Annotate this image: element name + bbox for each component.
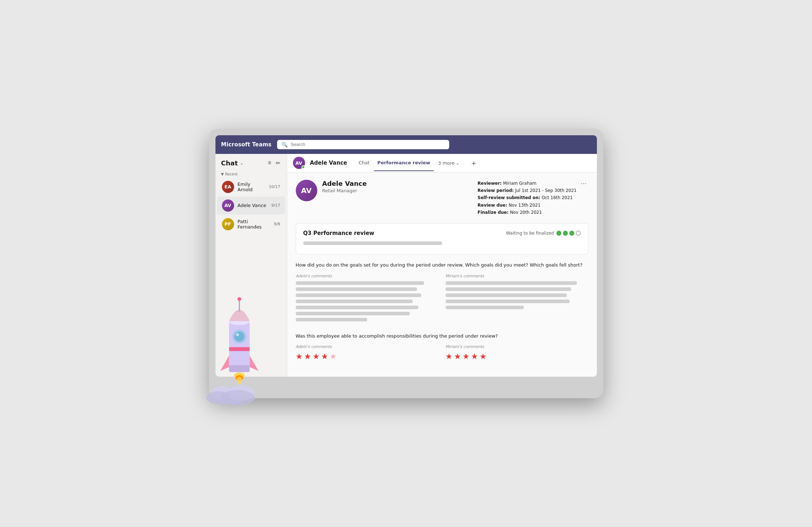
question-text-2: Was this employee able to accomplish res… xyxy=(296,333,588,340)
miriam-comments-label-1: Miriam's comments xyxy=(446,274,588,278)
sidebar: Chat ⌄ ≡ ✏ ▼ Recent EA Emily Arnold 10/ xyxy=(215,154,287,377)
chat-header: AV Adele Vance Chat Performance review 3… xyxy=(287,154,597,173)
chevron-down-icon: ⌄ xyxy=(240,161,243,166)
avatar-emily: EA xyxy=(222,181,234,193)
adele-stars: ★ ★ ★ ★ ★ xyxy=(296,352,438,361)
meta-more-button[interactable]: … xyxy=(579,178,588,186)
miriam-bar-5 xyxy=(446,306,524,309)
status-dot-2 xyxy=(563,231,568,236)
miriam-comments-label-2: Miriam's comments xyxy=(446,344,588,349)
miriam-bar-2 xyxy=(446,287,571,291)
adele-bar-2 xyxy=(296,287,417,291)
m-star-5: ★ xyxy=(479,352,486,361)
svg-point-3 xyxy=(220,390,255,406)
contact-name-emily: Emily Arnold xyxy=(238,182,265,192)
adele-bar-1 xyxy=(296,281,424,285)
adele-bar-7 xyxy=(296,318,367,321)
status-dot-4 xyxy=(576,231,581,236)
adele-bar-3 xyxy=(296,293,421,297)
question-text-1: How did you do on the goals set for you … xyxy=(296,262,588,269)
comments-row-1: Adele's comments Miriam's comments xyxy=(296,274,588,324)
m-star-1: ★ xyxy=(446,352,453,361)
adele-comments-col-1: Adele's comments xyxy=(296,274,438,324)
miriam-comments-col-1: Miriam's comments xyxy=(446,274,588,324)
star-5: ★ xyxy=(329,352,337,361)
screen: Microsoft Teams 🔍 Chat ⌄ ≡ ✏ ▼ xyxy=(215,135,597,377)
profile-row: AV Adele Vance Retail Manager Reviewer: … xyxy=(296,180,588,216)
svg-point-0 xyxy=(214,387,245,404)
search-input[interactable] xyxy=(290,142,445,147)
svg-point-4 xyxy=(206,391,230,404)
content-area: AV Adele Vance Chat Performance review 3… xyxy=(287,154,597,377)
star-3: ★ xyxy=(313,352,320,361)
contact-name-patti: Patti Fernandes xyxy=(238,219,270,230)
finalized-status: Waiting to be finalized xyxy=(506,231,580,236)
card-content-bar xyxy=(303,241,442,245)
sidebar-title: Chat xyxy=(221,159,238,167)
m-star-3: ★ xyxy=(462,352,470,361)
svg-point-13 xyxy=(237,377,242,384)
contact-item-emily[interactable]: EA Emily Arnold 10/17 xyxy=(217,178,285,196)
profile-role: Retail Manager xyxy=(322,188,473,193)
adele-bar-5 xyxy=(296,306,418,309)
status-dot-3 xyxy=(569,231,574,236)
search-bar[interactable]: 🔍 xyxy=(277,140,449,149)
topbar: Microsoft Teams 🔍 xyxy=(215,135,597,154)
avatar-adele-header: AV xyxy=(293,157,305,169)
miriam-bar-1 xyxy=(446,281,577,285)
star-1: ★ xyxy=(296,352,303,361)
review-card-title: Q3 Performance review xyxy=(303,230,374,236)
chat-header-name: Adele Vance xyxy=(310,160,347,166)
recent-label: ▼ Recent xyxy=(215,170,287,178)
miriam-bar-4 xyxy=(446,300,570,303)
status-dots xyxy=(556,231,581,236)
avatar-patti: PF xyxy=(222,218,234,230)
online-status-dot xyxy=(301,165,305,169)
tab-chat[interactable]: Chat xyxy=(355,155,373,171)
m-star-2: ★ xyxy=(454,352,461,361)
review-card: Q3 Performance review Waiting to be fina… xyxy=(296,223,588,254)
tab-performance-review[interactable]: Performance review xyxy=(374,155,434,171)
profile-info: Adele Vance Retail Manager xyxy=(322,180,473,193)
profile-avatar: AV xyxy=(296,180,317,201)
star-2: ★ xyxy=(304,352,311,361)
profile-name: Adele Vance xyxy=(322,180,473,187)
chevron-down-icon-tab: ⌄ xyxy=(456,160,460,166)
svg-point-1 xyxy=(228,386,255,401)
contact-item-patti[interactable]: PF Patti Fernandes 9/8 xyxy=(217,215,285,233)
star-4: ★ xyxy=(321,352,328,361)
review-content[interactable]: AV Adele Vance Retail Manager Reviewer: … xyxy=(287,173,597,377)
contact-date-adele: 9/17 xyxy=(271,203,280,208)
adele-comments-col-2: Adele's comments ★ ★ ★ ★ ★ xyxy=(296,344,438,361)
adele-comments-label-1: Adele's comments xyxy=(296,274,438,278)
contact-date-emily: 10/17 xyxy=(269,184,280,189)
main-layout: Chat ⌄ ≡ ✏ ▼ Recent EA Emily Arnold 10/ xyxy=(215,154,597,377)
miriam-bar-3 xyxy=(446,293,567,297)
status-dot-1 xyxy=(556,231,561,236)
search-icon: 🔍 xyxy=(281,142,288,147)
review-card-header: Q3 Performance review Waiting to be fina… xyxy=(303,230,581,236)
avatar-adele: AV xyxy=(222,199,234,212)
adele-bar-4 xyxy=(296,300,413,303)
compose-button[interactable]: ✏ xyxy=(275,159,281,167)
filter-button[interactable]: ≡ xyxy=(267,159,272,167)
add-tab-button[interactable]: + xyxy=(468,156,479,170)
question-section-2: Was this employee able to accomplish res… xyxy=(296,333,588,361)
header-tabs: Chat Performance review 3 more ⌄ xyxy=(355,155,463,171)
m-star-4: ★ xyxy=(471,352,478,361)
adele-comments-label-2: Adele's comments xyxy=(296,344,438,349)
svg-point-2 xyxy=(210,386,233,400)
question-section-1: How did you do on the goals set for you … xyxy=(296,262,588,324)
miriam-comments-col-2: Miriam's comments ★ ★ ★ ★ ★ xyxy=(446,344,588,361)
recent-chevron-icon: ▼ xyxy=(221,172,224,176)
device-frame: Microsoft Teams 🔍 Chat ⌄ ≡ ✏ ▼ xyxy=(209,129,603,399)
sidebar-actions: ≡ ✏ xyxy=(267,159,281,167)
contact-item-adele[interactable]: AV Adele Vance 9/17 xyxy=(217,197,285,215)
contact-date-patti: 9/8 xyxy=(274,222,280,226)
tab-more[interactable]: 3 more ⌄ xyxy=(435,155,463,171)
miriam-stars: ★ ★ ★ ★ ★ xyxy=(446,352,588,361)
profile-right: Reviewer: Miriam Graham Review period: J… xyxy=(478,180,588,216)
comments-row-2: Adele's comments ★ ★ ★ ★ ★ Mir xyxy=(296,344,588,361)
sidebar-header: Chat ⌄ ≡ ✏ xyxy=(215,154,287,170)
adele-bar-6 xyxy=(296,312,410,315)
